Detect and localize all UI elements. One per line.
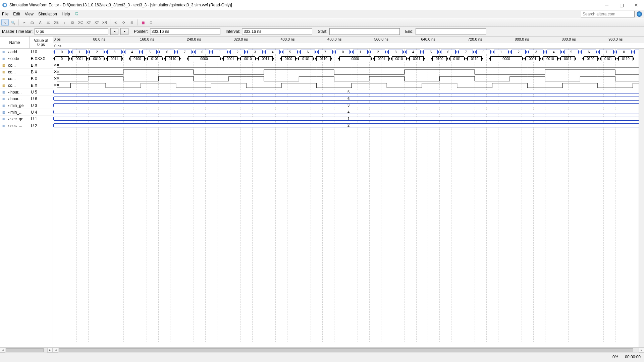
timebar: Master Time Bar: ◂ ▸ Pointer: Interval: … [0,27,644,36]
menu-edit[interactable]: Edit [13,12,20,16]
minimize-button[interactable]: ─ [602,2,611,8]
bus-segment: 2 [371,50,385,54]
tool-1[interactable]: ✂ [20,19,28,26]
ruler-tick: 720.0 ns [468,37,482,41]
tool-9[interactable]: ▦ [139,19,147,26]
tool-2[interactable]: 凸 [29,19,36,26]
close-button[interactable]: ✕ [632,2,641,8]
start-input[interactable] [329,28,400,35]
signal-row[interactable]: ▥▾codeB XXXX [0,55,53,62]
tool-x1[interactable]: X? [85,19,92,26]
master-time-input[interactable] [35,28,108,35]
signal-row[interactable]: ▥▸hour...U 6 [0,96,53,102]
expand-icon[interactable]: ▸ [8,117,10,121]
ruler-tick: 400.0 ns [280,37,294,41]
output-icon: ▥ [0,64,7,67]
wave-vscroll[interactable] [639,49,644,347]
bus-segment: 4 [125,50,139,54]
menu-file[interactable]: File [2,12,8,16]
pointer-input[interactable] [150,28,220,35]
help-icon[interactable]: 🗨 [75,12,79,16]
tool-xr[interactable]: XR [101,19,108,26]
expand-icon[interactable]: ▸ [8,111,10,114]
search-input[interactable]: Search altera.com [581,11,635,17]
signal-name: min_... [10,110,22,115]
tool-7[interactable]: ⟳ [120,19,127,26]
signal-row[interactable]: ▥co...B X [0,82,53,89]
bus-segment: 6 [160,50,174,54]
expand-icon[interactable]: ▸ [8,104,10,107]
signal-row[interactable]: ▥▸hour...U 5 [0,89,53,96]
bus-segment: 1 [494,50,508,54]
col-value[interactable]: Value at 0 ps [30,37,53,48]
titlebar: Simulation Waveform Editor - D:/Quartus1… [0,0,644,10]
wave-hscroll[interactable]: ◂▸ [53,347,644,353]
signal-row[interactable]: ▥co...B X [0,69,53,75]
bus-segment: 0011 [107,56,121,61]
ruler-tick: 320.0 ns [234,37,248,41]
signal-row[interactable]: ▥▸addU 0 [0,49,53,55]
status-time: 00:00:00 [625,355,641,359]
ruler-tick: 160.0 ns [140,37,154,41]
signal-value: U 1 [30,117,53,121]
bus-segment: 0110 [165,56,179,61]
bus-segment: 0001 [374,56,388,61]
col-name[interactable]: Name [0,37,30,48]
tool-8[interactable]: ⊞ [128,19,136,26]
tool-4[interactable]: ↕ [61,19,68,26]
bus-constant: 4 [54,110,643,114]
time-prev-button[interactable]: ◂ [110,28,118,35]
expand-icon[interactable]: ▸ [8,90,10,94]
tool-xc[interactable]: XC [77,19,84,26]
time-ruler[interactable]: 0 ps 80.0 ns160.0 ns240.0 ns320.0 ns400.… [53,37,644,43]
menu-help[interactable]: Help [62,12,70,16]
tool-10[interactable]: ⊡ [147,19,155,26]
expand-icon[interactable]: ▸ [8,50,10,54]
tool-zoom[interactable]: 🔍 [9,19,17,26]
tool-3[interactable]: 三 [45,19,52,26]
tool-xe[interactable]: XE [53,19,60,26]
tool-6[interactable]: ⟲ [112,19,119,26]
bus-segment: 0001 [526,56,540,61]
signal-row[interactable]: ▥▸min_...U 4 [0,109,53,116]
expand-icon[interactable]: ▸ [8,97,10,101]
menubar: File Edit View Simulation Help 🗨 Search … [0,10,644,18]
bus-segment: 2 [512,50,526,54]
expand-icon[interactable]: ▸ [8,124,10,127]
signal-name: code [10,56,19,61]
bus-segment: 0001 [223,56,237,61]
master-time-label: Master Time Bar: [2,29,33,34]
input-icon: ▥ [0,57,7,60]
input-icon: ▥ [0,50,7,54]
tool-5[interactable]: 器 [69,19,76,26]
bus-segment: 6 [582,50,596,54]
signal-value: B X [30,76,53,81]
signal-row[interactable]: ▥co...B X [0,62,53,69]
globe-icon[interactable] [637,11,642,17]
status-pct: 0% [612,355,618,359]
ruler-tick: 960.0 ns [608,37,623,41]
signal-row[interactable]: ▥▸min_geU 3 [0,102,53,109]
waveform-panel[interactable]: 0 ps 80.0 ns160.0 ns240.0 ns320.0 ns400.… [53,37,644,353]
bus-segment: 0101 [299,56,313,61]
expand-icon[interactable]: ▾ [8,57,10,60]
left-hscroll[interactable]: ◂▸ [0,347,53,353]
bus-segment: 0110 [619,56,633,61]
bus-segment: 7 [178,50,192,54]
signal-row[interactable]: ▥▸sec_...U 2 [0,122,53,129]
tool-x2[interactable]: X? [93,19,100,26]
signal-row[interactable]: ▥co...B X [0,75,53,82]
tool-a[interactable]: A [37,19,44,26]
end-input[interactable] [416,28,486,35]
bus-segment: 2 [230,50,245,54]
time-next-button[interactable]: ▸ [120,28,128,35]
menu-view[interactable]: View [25,12,34,16]
bus-segment: 5 [283,50,297,54]
signal-row[interactable]: ▥▸sec_geU 1 [0,116,53,122]
tool-pointer[interactable]: ⤡ [1,19,9,26]
menu-simulation[interactable]: Simulation [38,12,57,16]
maximize-button[interactable]: ▢ [617,2,626,8]
input-icon: ▥ [0,97,7,101]
waveform-area[interactable]: 0123456701234567012345670123456701000010… [53,49,644,347]
interval-input[interactable] [242,28,312,35]
